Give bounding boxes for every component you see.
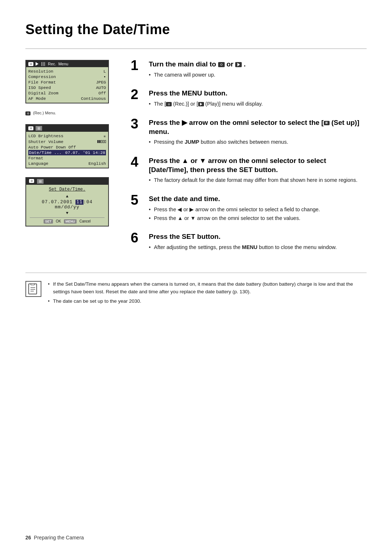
row-value: ✳	[103, 134, 106, 139]
step-title-3: Press the ▶ arrow on the omni selector t…	[149, 118, 367, 136]
step-5: 5 Set the date and time. Press the ◀ or …	[131, 195, 367, 223]
highlighted-hour: 11	[75, 200, 83, 205]
step-content-1: Turn the main dial to or . The camera wi…	[149, 60, 367, 79]
play-icon-inline	[198, 102, 204, 106]
cam-icon-datetime	[29, 179, 34, 183]
row-value: L	[103, 69, 106, 74]
step-title-1: Turn the main dial to or .	[149, 60, 367, 69]
lcd-row-isospeed: ISO Speed AUTO	[28, 85, 106, 90]
step-number-6: 6	[131, 231, 149, 245]
step-2-bullets: The [ (Rec.)] or [ (Play)] menu will dis…	[149, 100, 367, 108]
lcd-row-shutter-volume: Shutter Volume	[28, 139, 106, 144]
step-content-2: Press the MENU button. The [ (Rec.)] or …	[149, 89, 367, 109]
row-value: AUTO	[96, 85, 106, 90]
note-text-content: If the Set Date/Time menu appears when t…	[48, 280, 367, 307]
datetime-set-header: ⊞	[26, 178, 108, 185]
step-5-bullet-1: Press the ◀ or ▶ arrow on the omni selec…	[149, 206, 367, 214]
step-6-bullet-1: After adjusting the settings, press the …	[149, 244, 367, 252]
menu-label: Menu	[58, 62, 69, 66]
row-value: English	[89, 161, 106, 166]
step-title-5: Set the date and time.	[149, 195, 367, 204]
note-bullets: If the Set Date/Time menu appears when t…	[48, 280, 367, 305]
svg-rect-0	[29, 284, 37, 294]
lcd-row-lcd-brightness: LCD Brightness ✳	[28, 133, 106, 139]
lcd-row-datetime: Date/Time ... 07.07. '01 14:28	[28, 150, 106, 155]
setup-menu-body: LCD Brightness ✳ Shutter Volume	[26, 132, 108, 168]
row-label: Digital Zoom	[28, 91, 58, 95]
row-label: Auto Power Down Off	[28, 145, 76, 150]
rec-icon-inline	[166, 102, 172, 106]
row-value: 07.07. '01 14:28	[65, 150, 105, 155]
row-label: Compression	[28, 74, 56, 79]
date-value-row: 07.07.2001 11:04 mm/dd/yy	[30, 200, 105, 210]
step-content-5: Set the date and time. Press the ◀ or ▶ …	[149, 195, 367, 223]
note-section: If the Set Date/Time menu appears when t…	[25, 280, 367, 307]
setup-menu-screen: ⊞ LCD Brightness ✳ Shutter Volume	[25, 124, 109, 168]
row-label: Shutter Volume	[28, 139, 64, 144]
lcd-row-autopower: Auto Power Down Off	[28, 144, 106, 150]
setup-menu-header: ⊞	[26, 125, 108, 132]
step-1: 1 Turn the main dial to or .	[131, 60, 367, 79]
datetime-title: Set Date/Time.	[30, 187, 105, 192]
datetime-set-body: Set Date/Time. ▲ 07.07.2001 11:04 mm/dd/…	[26, 185, 108, 226]
row-label: LCD Brightness	[28, 134, 64, 139]
page-footer: 26 Preparing the Camera	[25, 535, 367, 540]
datetime-buttons: SET OK MENU Cancel	[30, 217, 105, 224]
top-divider	[25, 48, 367, 49]
step-number-2: 2	[131, 87, 149, 101]
menu-badge: MENU	[64, 219, 77, 224]
step-content-6: Press the SET button. After adjusting th…	[149, 232, 367, 252]
set-badge: SET	[44, 219, 53, 224]
rec-menu-header: Rec. Menu	[26, 61, 108, 67]
step-6-bullets: After adjusting the settings, press the …	[149, 244, 367, 252]
step-title-2: Press the MENU button.	[149, 89, 367, 98]
row-label: ISO Speed	[28, 85, 51, 90]
rec-menu-caption: (Rec.) Menu.	[25, 111, 120, 115]
lcd-row-format: Format	[28, 155, 106, 161]
cam-icon-step1	[218, 62, 225, 67]
setup-tab-datetime: ⊞	[37, 179, 44, 184]
rec-menu-label: Rec.	[48, 62, 56, 66]
step-number-4: 4	[131, 155, 149, 169]
row-value	[97, 139, 106, 144]
step-title-6: Press the SET button.	[149, 232, 367, 241]
row-value: ▪	[103, 74, 106, 79]
step-content-4: Press the ▲ or ▼ arrow on the omni selec…	[149, 156, 367, 185]
svg-rect-1	[31, 283, 34, 285]
step-4-bullet-1: The factory default for the date format …	[149, 176, 367, 184]
play-icon-header	[36, 62, 38, 66]
note-bullet-2: The date can be set up to the year 2030.	[48, 297, 367, 305]
datetime-set-screen: ⊞ Set Date/Time. ▲ 07.07.2001 11:04 mm/d…	[25, 177, 109, 227]
row-label: Language	[28, 161, 48, 166]
cam-icon-setup	[28, 126, 33, 130]
step-content-3: Press the ▶ arrow on the omni selector t…	[149, 118, 367, 147]
note-bullet-1: If the Set Date/Time menu appears when t…	[48, 280, 367, 296]
bottom-divider	[25, 273, 367, 273]
step-3-bullets: Pressing the JUMP button also switches b…	[149, 138, 367, 146]
row-value: Continuous	[81, 96, 106, 101]
row-value: Off	[98, 91, 106, 95]
footer-page-number: 26 Preparing the Camera	[25, 535, 84, 540]
lcd-row-language: Language English	[28, 161, 106, 166]
rec-menu-body: Resolution L Compression ▪ File Format J…	[26, 67, 108, 103]
cancel-label: Cancel	[79, 219, 91, 224]
step-4: 4 Press the ▲ or ▼ arrow on the omni sel…	[131, 156, 367, 185]
step-3-bullet-1: Pressing the JUMP button also switches b…	[149, 138, 367, 146]
step-1-bullet-1: The camera will power up.	[149, 71, 367, 79]
row-label: Date/Time ...	[29, 150, 62, 155]
right-column: 1 Turn the main dial to or .	[131, 60, 367, 262]
page-container: Setting the Date/Time Rec. Menu	[0, 0, 392, 555]
rec-menu-screen: Rec. Menu Resolution L Compression ▪ Fil…	[25, 60, 109, 103]
setup-tab-label: ⊞	[36, 126, 42, 131]
step-5-bullet-2: Press the ▲ or ▼ arrow on the omni selec…	[149, 215, 367, 223]
step-title-4: Press the ▲ or ▼ arrow on the omni selec…	[149, 156, 367, 174]
setup-icon-inline: ⊞	[324, 121, 330, 125]
step-6: 6 Press the SET button. After adjusting …	[131, 232, 367, 252]
step-number-1: 1	[131, 58, 149, 72]
step-4-bullets: The factory default for the date format …	[149, 176, 367, 184]
divider-bars	[41, 62, 45, 66]
page-title: Setting the Date/Time	[25, 22, 367, 37]
up-arrow-indicator: ▲	[30, 194, 105, 199]
left-column: Rec. Menu Resolution L Compression ▪ Fil…	[25, 60, 120, 262]
step-number-3: 3	[131, 117, 149, 131]
